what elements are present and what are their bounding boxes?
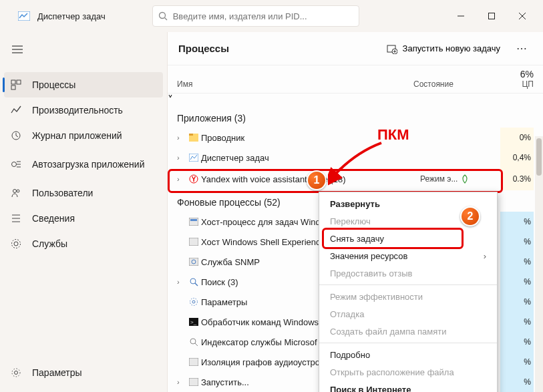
explorer-icon: [186, 134, 201, 142]
process-cpu-hidden: %: [500, 272, 534, 292]
col-cpu[interactable]: 6% ЦП: [500, 69, 534, 89]
expand-icon[interactable]: ›: [177, 278, 186, 286]
page-title: Процессы: [178, 43, 229, 54]
users-icon: [9, 188, 23, 198]
history-icon: [9, 130, 23, 141]
process-list: Приложения (3) › Проводник 0% › Диспетче…: [168, 106, 543, 392]
maximize-button[interactable]: [476, 5, 507, 27]
process-cpu-hidden: %: [500, 332, 534, 352]
yandex-icon: Y: [186, 174, 201, 184]
chevron-right-icon: ›: [484, 251, 486, 261]
minimize-button[interactable]: [445, 5, 476, 27]
annotation-badge-2: 2: [460, 206, 480, 226]
sort-indicator-icon: ˅: [168, 93, 543, 106]
window-title: Диспетчер задач: [37, 11, 106, 21]
nav-settings[interactable]: Параметры: [0, 360, 167, 385]
svg-rect-37: [190, 219, 197, 221]
title-bar: Диспетчер задач: [0, 0, 543, 32]
nav-details[interactable]: Сведения: [0, 206, 167, 231]
search-box[interactable]: [152, 5, 359, 27]
process-cpu-hidden: %: [500, 372, 534, 392]
svg-line-48: [195, 343, 198, 346]
menu-feedback: Предоставить отзыв: [319, 264, 497, 282]
process-cpu: 0.3%: [500, 168, 534, 190]
annotation-arrow-icon: [328, 140, 388, 186]
nav-users[interactable]: Пользователи: [0, 180, 167, 206]
nav-services[interactable]: Службы: [0, 231, 167, 256]
menu-efficiency: Режим эффективности: [319, 288, 497, 305]
process-cpu-hidden: %: [500, 212, 534, 232]
menu-resources[interactable]: Значения ресурсов›: [319, 247, 497, 264]
svg-text:>_: >_: [190, 319, 197, 325]
expand-icon[interactable]: ›: [177, 154, 186, 162]
window-controls: [445, 5, 538, 27]
audio-icon: [186, 358, 201, 366]
search-app-icon: [186, 277, 201, 286]
svg-point-26: [12, 369, 20, 377]
menu-location: Открыть расположение файла: [319, 363, 497, 381]
col-name[interactable]: Имя: [177, 79, 192, 89]
nav-performance[interactable]: Производительность: [0, 97, 167, 123]
nav-label: Службы: [32, 238, 67, 249]
app-icon: [15, 9, 33, 23]
nav-processes[interactable]: Процессы: [4, 72, 163, 97]
svg-point-19: [17, 190, 19, 192]
menu-details[interactable]: Подробно: [319, 346, 497, 363]
process-cpu: 0%: [500, 128, 534, 148]
process-cpu-hidden: %: [500, 312, 534, 332]
menu-debug: Отладка: [319, 305, 497, 323]
search-icon: [158, 11, 168, 21]
process-cpu-hidden: %: [500, 352, 534, 372]
content-pane: Процессы Запустить новую задачу ⋯ Имя Со…: [167, 32, 543, 392]
hamburger-button[interactable]: [0, 36, 167, 63]
startup-icon: [9, 159, 23, 170]
expand-icon[interactable]: ›: [177, 134, 186, 142]
process-cpu-hidden: %: [500, 232, 534, 252]
process-cpu: 0,4%: [500, 148, 534, 168]
process-status: Режим э...: [420, 174, 500, 184]
svg-rect-10: [11, 80, 15, 84]
svg-point-25: [15, 371, 18, 375]
svg-rect-32: [189, 134, 193, 136]
svg-point-47: [190, 339, 196, 344]
content-header: Процессы Запустить новую задачу ⋯: [168, 32, 543, 65]
svg-rect-50: [189, 378, 198, 386]
svg-point-44: [190, 299, 198, 306]
generic-app-icon: [186, 238, 201, 246]
svg-point-1: [159, 13, 165, 19]
expand-icon[interactable]: ›: [177, 378, 186, 386]
svg-rect-39: [189, 258, 198, 266]
new-task-label: Запустить новую задачу: [403, 43, 500, 53]
svg-rect-38: [189, 238, 198, 246]
svg-rect-49: [189, 358, 198, 366]
gear-icon: [9, 367, 23, 378]
close-button[interactable]: [507, 5, 538, 27]
group-apps: Приложения (3): [168, 106, 543, 128]
efficiency-icon: [460, 174, 470, 184]
taskmgr-icon: [186, 154, 201, 162]
annotation-badge-1: 1: [307, 170, 327, 190]
cmd-icon: >_: [186, 318, 201, 326]
svg-point-23: [14, 242, 18, 246]
menu-search-web[interactable]: Поиск в Интернете: [319, 381, 497, 392]
run-new-task-button[interactable]: Запустить новую задачу: [380, 39, 507, 58]
svg-rect-36: [189, 218, 198, 226]
col-status[interactable]: Состояние: [413, 79, 454, 89]
search-input[interactable]: [173, 11, 353, 21]
expand-icon[interactable]: ›: [177, 175, 186, 183]
nav-label: Параметры: [32, 367, 82, 378]
menu-dump: Создать файл дампа памяти: [319, 323, 497, 340]
performance-icon: [9, 105, 23, 116]
more-button[interactable]: ⋯: [511, 39, 532, 57]
details-icon: [9, 213, 23, 224]
svg-rect-12: [11, 85, 15, 89]
processes-icon: [9, 79, 23, 90]
nav-startup[interactable]: Автозагрузка приложений: [0, 148, 167, 180]
menu-end-task[interactable]: Снять задачу: [319, 230, 497, 247]
svg-point-18: [13, 190, 17, 193]
sidebar: Процессы Производительность Журнал прило…: [0, 32, 167, 392]
services-icon: [9, 238, 23, 249]
nav-app-history[interactable]: Журнал приложений: [0, 123, 167, 148]
column-headers[interactable]: Имя Состояние 6% ЦП: [168, 65, 543, 93]
svg-rect-4: [489, 13, 495, 19]
